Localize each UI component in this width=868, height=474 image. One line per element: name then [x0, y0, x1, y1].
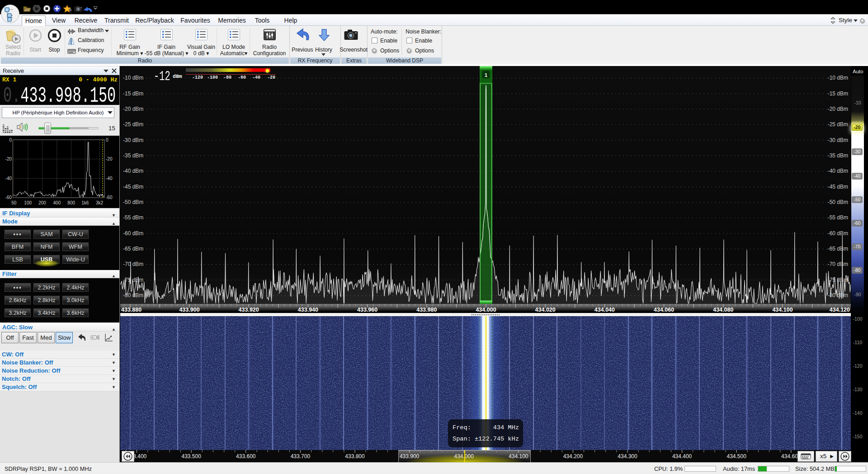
svg-text:-20: -20 [5, 156, 12, 161]
svg-text:-60: -60 [106, 195, 113, 200]
svg-text:-40: -40 [5, 176, 12, 181]
svg-text:-60: -60 [5, 195, 12, 200]
svg-text:1k6: 1k6 [81, 200, 89, 205]
svg-text:1: 1 [485, 72, 488, 78]
svg-text:100: 100 [24, 200, 32, 205]
svg-text:0: 0 [106, 137, 108, 142]
svg-text:400: 400 [53, 200, 61, 205]
svg-text:-20: -20 [106, 156, 113, 161]
svg-text:3k2: 3k2 [96, 200, 104, 205]
svg-text:-40: -40 [106, 176, 113, 181]
svg-text:0: 0 [9, 137, 12, 142]
svg-text:50: 50 [11, 200, 17, 205]
svg-text:200: 200 [38, 200, 46, 205]
svg-text:800: 800 [67, 200, 75, 205]
